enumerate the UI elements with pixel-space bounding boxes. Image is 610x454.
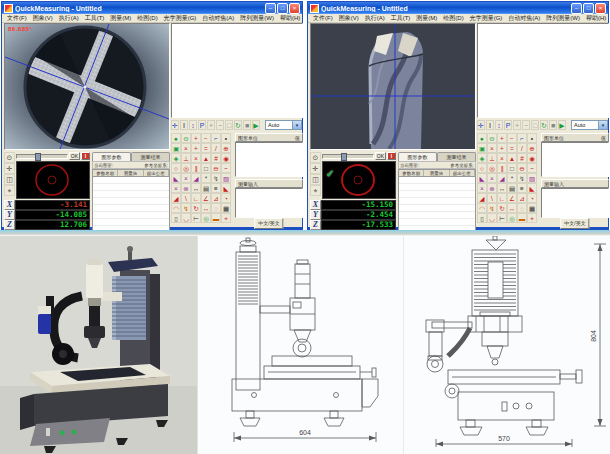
span-tool-icon[interactable]: ↔ [507,203,517,213]
move-tool-icon[interactable]: ✛ [171,120,179,130]
drawing-area[interactable] [171,23,303,118]
menu-item[interactable]: 图象(V) [336,14,362,23]
delete-tool-icon[interactable]: × [487,143,497,153]
rows-tool-icon[interactable]: ▤ [507,183,517,193]
zoom-fit-icon[interactable]: □ [531,120,539,130]
menu-item[interactable]: 工具(T) [82,14,108,23]
locate-tool-icon[interactable]: ⌖ [221,213,231,223]
measure-input-area[interactable] [235,188,303,218]
fine-point-tool-icon[interactable]: • [527,133,537,143]
circle-center-tool-icon[interactable]: ⊕ [527,143,537,153]
language-toggle-button[interactable]: 中文/英文 [560,218,589,229]
text-tool-icon[interactable]: I [180,120,188,130]
ellipse-tool-icon[interactable]: ⊖ [211,163,221,173]
tab-graph-params[interactable]: 图形参数 [398,152,437,161]
ok-button[interactable]: OK [69,152,80,160]
bar-tool-icon[interactable]: ▬ [211,213,221,223]
curve-tool-icon[interactable]: ~ [527,163,537,173]
menu-item[interactable]: 自动对焦(A) [199,14,237,23]
refresh-icon[interactable]: ↻ [234,120,242,130]
intersect-tool-icon[interactable]: × [497,153,507,163]
dashed-circle-tool-icon[interactable]: ◌ [517,203,527,213]
locate-tool-icon[interactable]: ⌖ [527,213,537,223]
result-table-body[interactable] [92,177,170,231]
arc-upper-tool-icon[interactable]: ◠ [171,203,181,213]
language-toggle-button[interactable]: 中文/英文 [254,218,283,229]
rotate-tool-icon[interactable]: ↻ [497,203,507,213]
cross2-tool-icon[interactable]: × [477,183,487,193]
tri-lr-tool-icon[interactable]: ◢ [477,193,487,203]
pan-tool-icon[interactable]: P [504,120,512,130]
x-mark-tool-icon[interactable]: × [181,173,191,183]
line-tool-icon[interactable]: / [517,143,527,153]
result-table-body[interactable] [398,177,476,231]
light-slider[interactable] [322,154,374,159]
point-tool-icon[interactable]: ● [477,133,487,143]
measure-input-area[interactable] [541,188,609,218]
add-tool-icon[interactable]: + [497,133,507,143]
chevron-down-icon[interactable]: ▾ [292,121,301,129]
construct-tool-icon[interactable]: * [201,173,211,183]
concentric-tool-icon[interactable]: ◎ [181,163,191,173]
stage-move-icon[interactable]: ✛ [310,163,321,174]
point-tool-icon[interactable]: ● [171,133,181,143]
lattice-tool-icon[interactable]: # [517,153,527,163]
ok-button[interactable]: OK [375,152,386,160]
target-icon[interactable]: ⌖ [4,185,15,196]
diamond-point-tool-icon[interactable]: ◈ [171,153,181,163]
camera-viewport[interactable] [310,23,476,150]
battery-tool-icon[interactable]: ▯ [171,213,181,223]
cross-point-tool-icon[interactable]: + [497,143,507,153]
title-bar[interactable]: QuickMeasuring - Untitled – □ × [2,2,302,14]
menu-item[interactable]: 阵列测量(W) [237,14,277,23]
text-tool-icon[interactable]: I [486,120,494,130]
tab-measure-result[interactable]: 测量结果 [437,152,476,161]
bar-tool-icon[interactable]: ▬ [517,213,527,223]
minimize-button[interactable]: – [265,3,276,14]
angle-tool-icon[interactable]: ∠ [507,193,517,203]
corner-tool-icon[interactable]: ∟ [191,193,201,203]
corner-tool-icon[interactable]: ∟ [497,193,507,203]
arc-tool-icon[interactable]: ◔ [221,193,231,203]
construct-tool-icon[interactable]: * [507,173,517,183]
angle-right-tool-icon[interactable]: ◢ [191,173,201,183]
parallel-tool-icon[interactable]: ∥ [191,163,201,173]
cross2-tool-icon[interactable]: × [171,183,181,193]
circle-center-tool-icon[interactable]: ⊕ [221,143,231,153]
trace-tool-icon[interactable]: ↯ [517,173,527,183]
stack-tool-icon[interactable]: ≡ [517,183,527,193]
region-tool-icon[interactable]: ▣ [171,143,181,153]
dashed-circle-tool-icon[interactable]: ◌ [211,203,221,213]
rect-tool-icon[interactable]: □ [507,163,517,173]
auto-point-tool-icon[interactable]: ⊙ [487,133,497,143]
menu-item[interactable]: 绘图(D) [440,14,466,23]
pan-tool-icon[interactable]: P [198,120,206,130]
zoom-in-icon[interactable]: + [207,120,215,130]
vertical-tool-icon[interactable]: ↕ [495,120,503,130]
trace-tool-icon[interactable]: ↯ [211,173,221,183]
menu-item[interactable]: 工具(T) [388,14,414,23]
zoom-fit-icon[interactable]: □ [225,120,233,130]
cross-point-tool-icon[interactable]: + [191,143,201,153]
intersect-tool-icon[interactable]: × [191,153,201,163]
remove-tool-icon[interactable]: − [507,133,517,143]
menu-item[interactable]: 光学测量(G) [161,14,200,23]
battery-tool-icon[interactable]: ▯ [477,213,487,223]
menu-item[interactable]: 文件(F) [4,14,30,23]
menu-item[interactable]: 绘图(D) [134,14,160,23]
auto-point-tool-icon[interactable]: ⊙ [181,133,191,143]
target2-tool-icon[interactable]: ◎ [507,213,517,223]
zoom-in-icon[interactable]: + [513,120,521,130]
delete-tool-icon[interactable]: × [181,143,191,153]
bolt-tool-icon[interactable]: ↯ [487,203,497,213]
perpendicular-tool-icon[interactable]: ⊥ [487,153,497,163]
angle-left-tool-icon[interactable]: ◣ [477,173,487,183]
target2-tool-icon[interactable]: ◎ [201,213,211,223]
arc-upper-tool-icon[interactable]: ◠ [477,203,487,213]
live-button[interactable]: I [81,152,90,160]
tri-ll-tool-icon[interactable]: ◣ [527,183,537,193]
tri-lr-tool-icon[interactable]: ◢ [171,193,181,203]
perpendicular-tool-icon[interactable]: ⊥ [181,153,191,163]
minimize-button[interactable]: – [571,3,582,14]
refresh-icon[interactable]: ↻ [540,120,548,130]
